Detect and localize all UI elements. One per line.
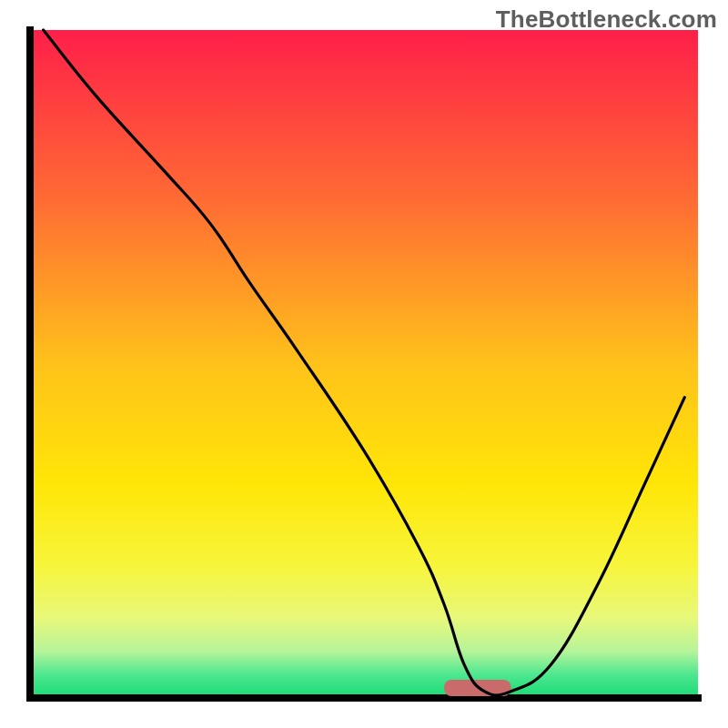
- bottleneck-chart: [0, 0, 728, 728]
- watermark-text: TheBottleneck.com: [496, 5, 717, 34]
- plot-background: [30, 30, 698, 698]
- chart-container: TheBottleneck.com: [0, 0, 728, 728]
